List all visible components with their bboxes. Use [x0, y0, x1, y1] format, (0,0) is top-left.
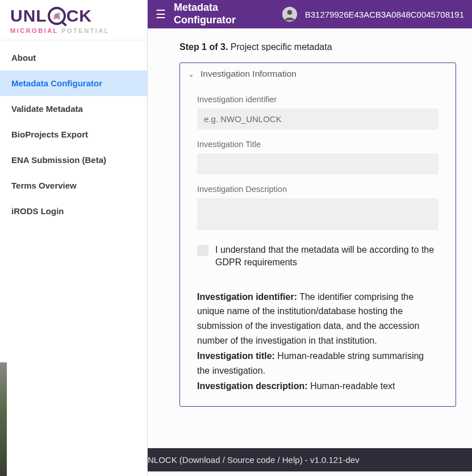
help-text: Investigation identifier: The identifier… — [197, 290, 438, 394]
nav: About Metadata Configurator Validate Met… — [0, 40, 147, 224]
sidebar-item-about[interactable]: About — [0, 45, 147, 70]
investigation-desc-label: Investigation Description — [197, 185, 438, 194]
user-id: B31279926E43ACB3A0848C0045708191 — [305, 10, 464, 19]
sidebar-item-terms-overview[interactable]: Terms Overview — [0, 173, 147, 198]
sidebar-item-irods-login[interactable]: iRODS Login — [0, 198, 147, 224]
user-icon — [282, 7, 297, 22]
sidebar-item-validate-metadata[interactable]: Validate Metadata — [0, 96, 147, 122]
step-indicator: Step 1 of 3. Project specific metadata — [179, 42, 456, 52]
footer: NLOCK (Download / Source code / Help) - … — [148, 448, 472, 471]
chevron-down-icon: ⌄ — [188, 70, 196, 78]
sidebar: UNLCK MICROBIAL POTENTIAL About Metadata… — [0, 0, 148, 476]
decorative-bg — [0, 362, 7, 476]
footer-text: NLOCK (Download / Source code / Help) - … — [148, 455, 360, 465]
investigation-id-label: Investigation identifier — [197, 95, 438, 104]
logo-subtitle: MICROBIAL POTENTIAL — [10, 27, 137, 34]
sidebar-item-ena-submission[interactable]: ENA Submission (Beta) — [0, 147, 147, 173]
main: ☰ Metadata Configurator B31279926E43ACB3… — [148, 0, 472, 476]
page-title: Metadata Configurator — [174, 2, 274, 26]
content: Step 1 of 3. Project specific metadata ⌄… — [148, 28, 472, 476]
logo-main: UNLCK — [10, 7, 137, 25]
svg-point-1 — [287, 10, 292, 15]
investigation-id-input[interactable] — [197, 108, 438, 130]
avatar[interactable] — [282, 7, 297, 22]
panel-body: Investigation identifier Investigation T… — [180, 85, 456, 406]
panel-title: Investigation Information — [201, 69, 296, 79]
logo: UNLCK MICROBIAL POTENTIAL — [0, 0, 147, 40]
investigation-title-label: Investigation Title — [197, 140, 438, 149]
topbar: ☰ Metadata Configurator B31279926E43ACB3… — [148, 0, 472, 28]
sidebar-item-bioprojects-export[interactable]: BioProjects Export — [0, 122, 147, 147]
gdpr-checkbox[interactable] — [197, 245, 208, 256]
investigation-title-input[interactable] — [197, 153, 438, 174]
sidebar-item-metadata-configurator[interactable]: Metadata Configurator — [0, 70, 147, 96]
panel-header[interactable]: ⌄ Investigation Information — [180, 63, 456, 85]
hamburger-icon[interactable]: ☰ — [156, 9, 166, 20]
investigation-desc-input[interactable] — [197, 198, 438, 230]
investigation-panel: ⌄ Investigation Information Investigatio… — [179, 62, 456, 407]
gdpr-label: I understand that the metadata will be a… — [215, 244, 438, 269]
